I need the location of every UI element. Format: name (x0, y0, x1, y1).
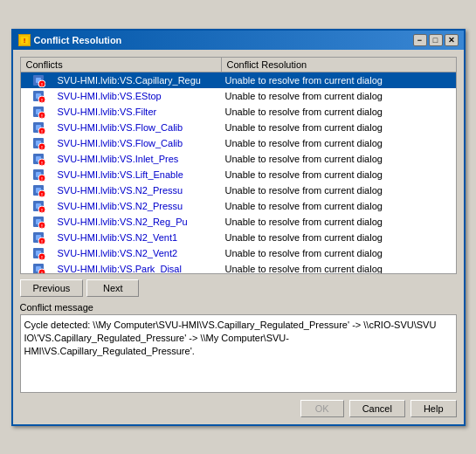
conflict-icon-cell: ! (21, 168, 56, 182)
conflict-name: SVU-HMI.lvlib:VS.Filter (56, 107, 222, 117)
conflict-icon: ! (31, 215, 45, 229)
conflict-icon: ! (31, 230, 45, 244)
conflict-name: SVU-HMI.lvlib:VS.N2_Reg_Pu (56, 217, 222, 227)
table-row[interactable]: ! SVU-HMI.lvlib:VS.N2_PressuUnable to re… (21, 198, 456, 214)
bottom-buttons: OK Cancel Help (20, 400, 457, 417)
minimize-button[interactable]: − (413, 34, 427, 46)
conflict-icon-cell: ! (21, 230, 56, 244)
table-row[interactable]: ! SVU-HMI.lvlib:VS.Flow_CalibUnable to r… (21, 120, 456, 135)
svg-text:!: ! (41, 239, 43, 244)
svg-text:!: ! (41, 114, 43, 119)
title-bar: ! Conflict Resolution − □ ✕ (13, 31, 464, 50)
conflict-icon: ! (31, 199, 45, 213)
conflict-resolution: Unable to resolve from current dialog (222, 122, 456, 133)
conflict-icon-cell: ! (21, 89, 56, 103)
conflict-name: SVU-HMI.lvlib:VS.Inlet_Pres (56, 154, 222, 164)
conflict-icon-cell: ! (21, 262, 56, 273)
conflict-icon: ! (31, 183, 45, 197)
table-row[interactable]: ! SVU-HMI.lvlib:VS.FilterUnable to resol… (21, 104, 456, 120)
ok-button[interactable]: OK (300, 400, 344, 417)
window-content: Conflicts Conflict Resolution ! SVU-HMI.… (13, 50, 464, 424)
conflict-icon-cell: ! (21, 105, 56, 119)
conflict-icon: ! (31, 152, 45, 166)
conflict-name: SVU-HMI.lvlib:VS.N2_Pressu (56, 201, 222, 211)
conflict-name: SVU-HMI.lvlib:VS.Lift_Enable (56, 169, 222, 180)
conflict-name: SVU-HMI.lvlib:VS.Park_Disal (56, 264, 222, 273)
conflict-icon-cell: ! (21, 136, 56, 150)
conflict-message-text: Cycle detected: \\My Computer\SVU-HMI\VS… (24, 320, 437, 357)
conflict-resolution-window: ! Conflict Resolution − □ ✕ Conflicts Co… (11, 29, 466, 426)
conflict-resolution: Unable to resolve from current dialog (222, 138, 456, 148)
conflict-message-label: Conflict message (20, 302, 457, 313)
table-row[interactable]: ! SVU-HMI.lvlib:VS.Lift_EnableUnable to … (21, 167, 456, 182)
conflict-icon-cell: ! (21, 215, 56, 229)
help-button[interactable]: Help (410, 400, 457, 417)
table-row[interactable]: ! SVU-HMI.lvlib:VS.Flow_CalibUnable to r… (21, 135, 456, 151)
conflict-icon-cell: ! (21, 199, 56, 213)
window-title: Conflict Resolution (34, 35, 122, 45)
conflict-icon: ! (31, 105, 45, 119)
table-row[interactable]: ! SVU-HMI.lvlib:VS.N2_Vent2Unable to res… (21, 245, 456, 261)
maximize-button[interactable]: □ (429, 34, 443, 46)
resolution-column-header: Conflict Resolution (222, 58, 456, 72)
conflict-icon: ! (31, 168, 45, 182)
conflict-icon: ! (31, 120, 45, 134)
svg-text:!: ! (41, 145, 43, 150)
table-row[interactable]: ! SVU-HMI.lvlib:VS.Capillary_ReguUnable … (21, 72, 456, 88)
table-row[interactable]: ! SVU-HMI.lvlib:VS.N2_Reg_PuUnable to re… (21, 214, 456, 230)
conflict-resolution: Unable to resolve from current dialog (222, 91, 456, 101)
svg-text:!: ! (23, 37, 25, 45)
title-bar-left: ! Conflict Resolution (18, 34, 122, 46)
conflict-message-panel: Cycle detected: \\My Computer\SVU-HMI\VS… (20, 314, 457, 393)
table-row[interactable]: ! SVU-HMI.lvlib:VS.Inlet_PresUnable to r… (21, 151, 456, 167)
table-row[interactable]: ! SVU-HMI.lvlib:VS.N2_PressuUnable to re… (21, 182, 456, 198)
navigation-buttons: Previous Next (20, 279, 457, 297)
table-row[interactable]: ! SVU-HMI.lvlib:VS.N2_Vent1Unable to res… (21, 230, 456, 245)
svg-text:!: ! (41, 129, 43, 134)
conflicts-panel: Conflicts Conflict Resolution ! SVU-HMI.… (20, 57, 457, 274)
previous-button[interactable]: Previous (20, 279, 84, 297)
conflict-icon: ! (31, 262, 45, 273)
table-header: Conflicts Conflict Resolution (21, 58, 456, 72)
conflict-icon: ! (31, 246, 45, 260)
conflict-resolution: Unable to resolve from current dialog (222, 107, 456, 117)
conflict-resolution: Unable to resolve from current dialog (222, 169, 456, 180)
conflict-icon: ! (31, 89, 45, 103)
conflict-icon-cell: ! (21, 183, 56, 197)
conflict-resolution: Unable to resolve from current dialog (222, 154, 456, 164)
conflict-resolution: Unable to resolve from current dialog (222, 217, 456, 227)
table-row[interactable]: ! SVU-HMI.lvlib:VS.Park_DisalUnable to r… (21, 261, 456, 273)
conflicts-list[interactable]: ! SVU-HMI.lvlib:VS.Capillary_ReguUnable … (21, 72, 456, 273)
conflict-icon-cell: ! (21, 120, 56, 134)
conflict-name: SVU-HMI.lvlib:VS.N2_Vent2 (56, 248, 222, 258)
svg-text:!: ! (41, 176, 43, 182)
svg-text:!: ! (41, 271, 43, 273)
conflict-icon-cell: ! (21, 73, 56, 87)
table-row[interactable]: ! SVU-HMI.lvlib:VS.EStopUnable to resolv… (21, 88, 456, 104)
next-button[interactable]: Next (86, 279, 139, 297)
conflict-name: SVU-HMI.lvlib:VS.Flow_Calib (56, 122, 222, 133)
conflict-name: SVU-HMI.lvlib:VS.N2_Vent1 (56, 232, 222, 243)
svg-text:!: ! (41, 208, 43, 213)
conflict-name: SVU-HMI.lvlib:VS.EStop (56, 91, 222, 101)
cancel-button[interactable]: Cancel (349, 400, 405, 417)
window-icon: ! (18, 34, 31, 46)
conflict-resolution: Unable to resolve from current dialog (222, 264, 456, 273)
title-buttons: − □ ✕ (413, 34, 459, 46)
svg-text:!: ! (41, 224, 43, 229)
conflict-resolution: Unable to resolve from current dialog (222, 248, 456, 258)
svg-text:!: ! (41, 98, 43, 103)
svg-text:!: ! (41, 192, 43, 197)
conflict-resolution: Unable to resolve from current dialog (222, 201, 456, 211)
conflict-name: SVU-HMI.lvlib:VS.Capillary_Regu (56, 75, 222, 86)
close-button[interactable]: ✕ (445, 34, 459, 46)
conflict-name: SVU-HMI.lvlib:VS.N2_Pressu (56, 185, 222, 196)
svg-text:!: ! (41, 161, 43, 166)
conflict-resolution: Unable to resolve from current dialog (222, 232, 456, 243)
conflicts-inner: ! SVU-HMI.lvlib:VS.Capillary_ReguUnable … (21, 72, 456, 273)
svg-text:!: ! (41, 255, 43, 260)
conflicts-column-header: Conflicts (21, 58, 222, 72)
conflict-name: SVU-HMI.lvlib:VS.Flow_Calib (56, 138, 222, 148)
conflict-resolution: Unable to resolve from current dialog (222, 185, 456, 196)
svg-text:!: ! (41, 82, 43, 87)
